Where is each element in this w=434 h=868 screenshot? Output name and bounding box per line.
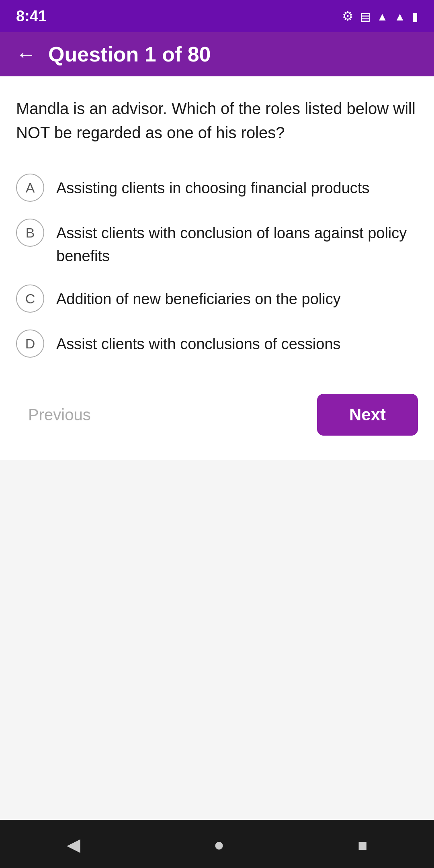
signal-icon xyxy=(394,9,405,24)
option-b[interactable]: B Assist clients with conclusion of loan… xyxy=(16,210,418,276)
status-bar: 8:41 xyxy=(0,0,434,32)
option-a[interactable]: A Assisting clients in choosing financia… xyxy=(16,165,418,210)
header: Question 1 of 80 xyxy=(0,32,434,76)
option-b-circle: B xyxy=(16,219,44,247)
next-button[interactable]: Next xyxy=(317,394,418,436)
wifi-icon xyxy=(377,9,388,24)
sd-card-icon xyxy=(360,9,371,24)
status-icons xyxy=(342,8,418,24)
option-c-text: Addition of new beneficiaries on the pol… xyxy=(56,284,341,311)
nav-back-icon[interactable] xyxy=(67,832,80,856)
option-c-circle: C xyxy=(16,285,44,313)
option-b-text: Assist clients with conclusion of loans … xyxy=(56,218,418,268)
gear-icon xyxy=(342,8,354,24)
option-d-circle: D xyxy=(16,330,44,358)
page-title: Question 1 of 80 xyxy=(48,42,211,66)
navigation-buttons: Previous Next xyxy=(16,386,418,444)
status-time: 8:41 xyxy=(16,8,47,25)
battery-icon xyxy=(412,9,418,24)
option-a-circle: A xyxy=(16,174,44,202)
previous-button[interactable]: Previous xyxy=(16,398,103,432)
nav-recent-icon[interactable] xyxy=(358,832,367,856)
question-text: Mandla is an advisor. Which of the roles… xyxy=(16,96,418,145)
option-a-text: Assisting clients in choosing financial … xyxy=(56,173,369,200)
back-button[interactable] xyxy=(16,44,36,64)
nav-home-icon[interactable] xyxy=(214,832,225,856)
option-d-text: Assist clients with conclusions of cessi… xyxy=(56,329,341,356)
option-c[interactable]: C Addition of new beneficiaries on the p… xyxy=(16,276,418,321)
bottom-nav xyxy=(0,820,434,868)
main-content: Mandla is an advisor. Which of the roles… xyxy=(0,76,434,460)
option-d[interactable]: D Assist clients with conclusions of ces… xyxy=(16,321,418,366)
